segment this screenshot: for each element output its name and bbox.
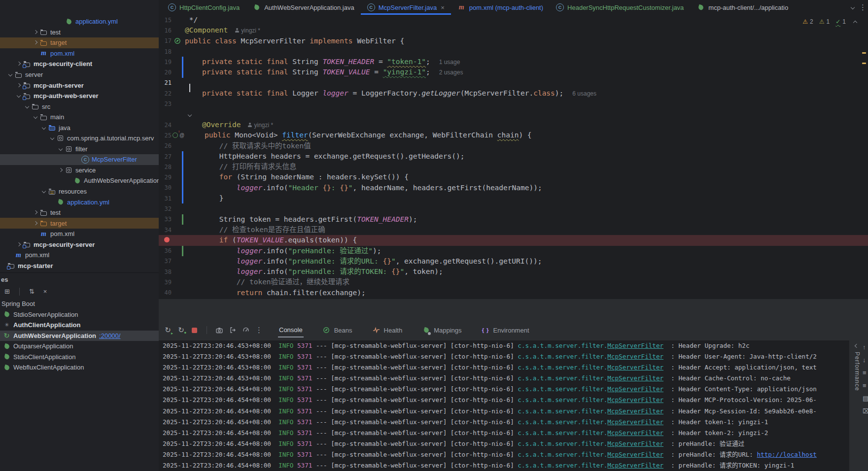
tree-item-mcp-auth-web-server[interactable]: mcp-auth-web-server xyxy=(0,91,159,101)
log-logger-link[interactable]: McpServerFilter xyxy=(607,429,663,437)
tree-item-mcp-starter[interactable]: mcp-starter xyxy=(0,261,159,271)
code-text[interactable]: public Mono<Void> filter(ServerWebExchan… xyxy=(186,130,531,140)
rerun-icon[interactable]: ↻ xyxy=(164,326,172,335)
tree-item-src[interactable]: src xyxy=(0,101,159,112)
line-number[interactable]: 24 xyxy=(159,122,173,129)
close-icon[interactable]: × xyxy=(41,287,49,296)
code-text[interactable]: String token = headers.getFirst(TOKEN_HE… xyxy=(183,214,417,225)
usage-hint[interactable]: 6 usages xyxy=(572,90,596,97)
console-log-output[interactable]: 2025-11-22T23:20:46.453+08:00 INFO 5371 … xyxy=(159,340,853,471)
code-line-25[interactable]: 25@ public Mono<Void> filter(ServerWebEx… xyxy=(159,130,868,140)
code-text[interactable]: // token验证通过，继续处理请求 xyxy=(183,277,349,287)
log-logger-link[interactable]: McpServerFilter xyxy=(607,364,663,371)
error-stripe-mark[interactable] xyxy=(862,52,866,54)
add-service-icon[interactable]: ⊞ xyxy=(3,287,11,296)
chevron-down-icon[interactable] xyxy=(32,113,39,121)
scroll-to-end-icon[interactable]: ≡ xyxy=(863,382,868,389)
code-author-hint[interactable]: yingzi * xyxy=(235,27,260,34)
clear-icon[interactable]: ⌦ xyxy=(863,407,868,415)
chevron-right-icon[interactable] xyxy=(57,167,65,174)
code-line-26[interactable]: 26 // 获取请求头中的token值 xyxy=(159,141,868,151)
code-text[interactable]: return chain.filter(exchange); xyxy=(183,288,366,298)
code-text[interactable] xyxy=(183,109,193,120)
line-number[interactable]: 18 xyxy=(159,48,173,55)
line-number[interactable]: 34 xyxy=(159,227,173,234)
tab-performance[interactable]: Performance xyxy=(853,342,861,391)
line-number[interactable]: 19 xyxy=(159,59,173,66)
code-line-36[interactable]: 36 logger.info("preHandle: 验证通过"); xyxy=(159,246,868,256)
editor-tab[interactable]: CMcpServerFilter.java× xyxy=(361,0,451,15)
more-icon[interactable]: ⋮ xyxy=(255,326,263,335)
chevron-down-icon[interactable] xyxy=(40,188,48,195)
console-tab-beans[interactable]: Beans xyxy=(321,323,353,337)
editor-tab[interactable]: CHeaderSyncHttpRequestCustomizer.java xyxy=(550,0,690,15)
editor-tab[interactable]: AuthWebServerApplication.java xyxy=(246,0,361,15)
code-line-20[interactable]: 20 private static final String TOKEN_VAL… xyxy=(159,67,868,77)
code-line-24[interactable]: 24 @Overrideyingzi * xyxy=(159,120,868,130)
chevron-right-icon[interactable] xyxy=(15,82,23,89)
print-icon[interactable]: ▤ xyxy=(863,395,868,402)
code-text[interactable]: @Override xyxy=(183,120,241,130)
line-number[interactable]: 30 xyxy=(159,184,173,191)
code-line-38[interactable]: 38 logger.info("preHandle: 请求的TOKEN: {}"… xyxy=(159,267,868,277)
chevron-down-icon[interactable] xyxy=(57,145,65,153)
code-line-18[interactable]: 18 xyxy=(159,46,868,57)
line-number[interactable]: 37 xyxy=(159,258,173,265)
chevron-down-icon[interactable] xyxy=(40,124,48,132)
weak-warnings-indicator[interactable]: ⚠1 xyxy=(819,18,830,25)
chevron-right-icon[interactable] xyxy=(32,29,39,36)
code-line-32[interactable]: 32 xyxy=(159,203,868,214)
line-number[interactable]: 17 xyxy=(159,37,173,44)
editor-tab[interactable]: mpom.xml (mcp-auth-client) xyxy=(451,0,550,15)
log-logger-link[interactable]: McpServerFilter xyxy=(607,353,663,360)
line-number[interactable]: 23 xyxy=(159,101,173,107)
line-number[interactable]: 25 xyxy=(159,132,173,139)
code-text[interactable]: logger.info("Header {}: {}", headerName,… xyxy=(183,183,542,193)
breakpoint-icon[interactable] xyxy=(164,237,170,242)
navigate-updown-icon[interactable]: ⇅ xyxy=(28,287,36,296)
chevron-down-icon[interactable] xyxy=(24,103,31,110)
typo-ok-indicator[interactable]: ✓1 xyxy=(835,18,846,25)
code-text[interactable]: // 检查token是否存在且值正确 xyxy=(183,225,325,235)
line-number[interactable]: 22 xyxy=(159,90,173,97)
editor-tab[interactable]: mcp-auth-client/.../applicatio xyxy=(690,0,795,15)
chevron-right-icon[interactable] xyxy=(32,220,39,227)
log-logger-link[interactable]: McpServerFilter xyxy=(607,374,663,382)
log-logger-link[interactable]: McpServerFilter xyxy=(607,407,663,415)
warnings-indicator[interactable]: ⚠2 xyxy=(802,18,813,25)
log-logger-link[interactable]: McpServerFilter xyxy=(607,440,663,447)
line-number[interactable]: 21 xyxy=(159,79,173,86)
chevron-left-icon[interactable] xyxy=(853,342,861,350)
tree-item-mcpserverfilter[interactable]: CMcpServerFilter xyxy=(0,154,159,165)
tree-item-main[interactable]: main xyxy=(0,112,159,123)
stop-icon[interactable] xyxy=(190,326,199,335)
tree-item-mcp-security-server[interactable]: mcp-security-server xyxy=(0,239,159,250)
log-logger-link[interactable]: McpServerFilter xyxy=(607,385,663,393)
code-line-37[interactable]: 37 logger.info("preHandle: 请求的URL: {}", … xyxy=(159,256,868,267)
usage-hint[interactable]: 1 usage xyxy=(439,59,460,66)
line-number[interactable]: 33 xyxy=(159,216,173,223)
line-number[interactable]: 32 xyxy=(159,205,173,212)
exit-icon[interactable] xyxy=(228,326,237,335)
service-item-outparserapplication[interactable]: OutparserApplication xyxy=(0,341,159,352)
console-tab-health[interactable]: Health xyxy=(371,323,404,337)
code-text[interactable]: if (TOKEN_VALUE.equals(token)) { xyxy=(183,235,357,245)
service-item-authwebserverapplication[interactable]: ↻AuthWebServerApplication:20000/ xyxy=(0,331,159,341)
thread-dump-camera-icon[interactable] xyxy=(215,326,223,335)
services-group-spring-boot[interactable]: Spring Boot xyxy=(0,299,159,309)
line-number[interactable]: 20 xyxy=(159,69,173,76)
tree-item-service[interactable]: service xyxy=(0,165,159,176)
code-line-21[interactable]: 21 xyxy=(159,78,868,88)
log-logger-link[interactable]: McpServerFilter xyxy=(607,418,663,426)
service-item-stdioclientapplication[interactable]: StdioClientApplication xyxy=(0,352,159,363)
line-number[interactable]: 31 xyxy=(159,195,173,202)
console-tab-console[interactable]: Console xyxy=(278,323,304,337)
code-line-15[interactable]: 15 */ xyxy=(159,15,868,25)
line-number[interactable]: 15 xyxy=(159,17,173,24)
code-text[interactable]: private static final Logger logger = Log… xyxy=(183,88,563,99)
tree-item-application-yml[interactable]: application.yml xyxy=(0,16,159,27)
more-icon[interactable]: ⋮ xyxy=(859,3,867,12)
line-number[interactable]: 38 xyxy=(159,269,173,275)
code-line-28[interactable]: 28 // 打印所有请求头信息 xyxy=(159,162,868,172)
code-author-hint[interactable]: yingzi * xyxy=(248,122,274,129)
